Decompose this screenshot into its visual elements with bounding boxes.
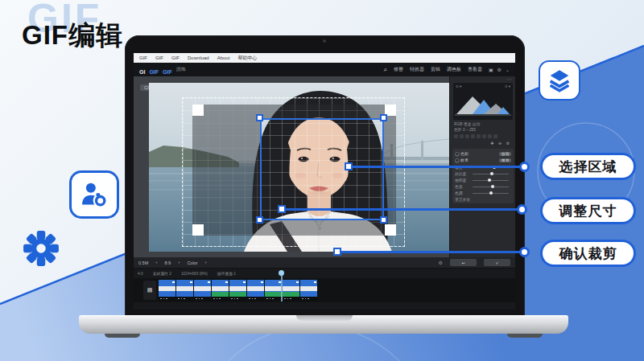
frame-dot xyxy=(219,298,221,300)
slider-track[interactable] xyxy=(473,193,509,194)
toolbar-icon[interactable]: ⌄ xyxy=(506,67,510,72)
histogram-panel: ⊙ ▾ ⟐ ▾ xyxy=(453,83,513,120)
slider-label: 色温 xyxy=(455,184,473,189)
slider-handle[interactable] xyxy=(491,185,494,188)
callout-anchor-1[interactable] xyxy=(345,162,353,170)
panel-plus-minus[interactable]: ✚ ⊖ ⚙ xyxy=(490,141,511,146)
slider-label: 对比度 xyxy=(455,171,473,176)
frame-dot xyxy=(270,298,271,300)
frame-strip-white xyxy=(265,286,282,292)
playhead-line xyxy=(281,275,283,302)
frame-dot xyxy=(254,298,256,300)
histogram-meta-2: 色阶 0 – 255 xyxy=(454,127,476,132)
slider-track[interactable] xyxy=(473,180,509,181)
panel-menu-icon[interactable]: ⋯ xyxy=(506,76,512,83)
menubar-item[interactable]: GIF xyxy=(171,55,180,60)
selection-handle-tl[interactable] xyxy=(256,114,263,121)
slider-row: 色温 xyxy=(455,183,511,190)
crop-shade-bottom xyxy=(192,220,396,236)
frame-badge-icon xyxy=(296,281,299,284)
timeline-frame[interactable] xyxy=(194,280,211,301)
auto-button[interactable]: 自动 xyxy=(499,152,511,156)
frame-strip-white xyxy=(229,286,246,292)
gear-icon xyxy=(22,229,60,268)
toolbar-tab[interactable]: 特效器 xyxy=(410,66,424,73)
timeline-info-row: 4.0素材属性 21024×683 (8%)循环播放 1 xyxy=(134,269,515,278)
frame-dot xyxy=(308,298,309,300)
frame-badge-icon xyxy=(225,281,228,284)
callout-line-3 xyxy=(339,251,522,253)
timeline-frame[interactable] xyxy=(176,280,193,301)
crop-corner-tl[interactable] xyxy=(192,105,204,116)
panel-tool-icons[interactable] xyxy=(454,134,497,138)
histogram-graph xyxy=(453,90,513,117)
timeline-frame[interactable] xyxy=(247,280,264,301)
timeline-dropdown[interactable]: Color xyxy=(187,260,197,265)
timeline-frame[interactable] xyxy=(229,280,246,301)
timeline-info-item: 4.0 xyxy=(138,272,143,276)
laptop-notch xyxy=(296,315,353,321)
clip-track-icon[interactable]: ▤ xyxy=(143,281,156,300)
toolbar-tab[interactable]: 剪辑 xyxy=(431,66,440,73)
frame-dot xyxy=(272,298,274,300)
timeline-frame[interactable] xyxy=(265,280,282,301)
timeline-info-item: 素材属性 2 xyxy=(153,271,171,276)
selection-handle-tr[interactable] xyxy=(380,114,387,121)
callout-anchor-2[interactable] xyxy=(278,205,286,213)
timeline-dropdown[interactable]: 8:9 xyxy=(165,260,171,265)
toolbar-tab[interactable]: 修整 xyxy=(394,66,403,73)
toolbar-mode-label: 润饰 xyxy=(176,66,186,73)
callout-dot-1 xyxy=(519,162,530,172)
callout-confirm-crop: 确认裁剪 xyxy=(540,240,636,267)
toolbar-icon[interactable]: ⚙ xyxy=(497,67,502,72)
timeline-frame[interactable] xyxy=(300,280,317,301)
slider-track[interactable] xyxy=(473,174,509,174)
frame-dot xyxy=(287,298,289,300)
timeline-undo-button[interactable]: ↩ xyxy=(450,259,477,266)
frame-dot xyxy=(166,298,167,300)
menubar-item[interactable]: GIF xyxy=(155,55,163,60)
layers-glyph xyxy=(546,67,573,94)
slider-handle[interactable] xyxy=(490,172,493,175)
frame-badge-icon xyxy=(243,281,246,284)
menubar-item[interactable]: 帮助中心 xyxy=(237,55,257,62)
dropdown-caret-icon: ▾ xyxy=(155,260,157,265)
timeline: 0.5M▾8:9▾Color▾ ⚙ ↩ ✓ 4.0素材属性 21024×683 … xyxy=(134,257,515,310)
toolbar-tab[interactable]: 查看器 xyxy=(468,66,482,73)
timeline-frame[interactable] xyxy=(159,280,175,301)
slider-row: 色调 xyxy=(455,190,511,196)
crop-corner-br[interactable] xyxy=(385,224,396,236)
crop-corner-bl[interactable] xyxy=(192,224,204,236)
histogram-right-icons[interactable]: ⟐ ▾ xyxy=(505,84,510,88)
frame-dot xyxy=(163,298,165,300)
frame-dot xyxy=(266,298,268,300)
reset-label[interactable]: 重置参数 xyxy=(455,197,511,202)
effect-buttons[interactable]: ⊞ ⊟ xyxy=(499,158,511,162)
callout-anchor-3[interactable] xyxy=(333,248,341,256)
selection-handle-br[interactable] xyxy=(380,216,387,224)
slider-track[interactable] xyxy=(473,187,509,187)
frame-dot xyxy=(290,298,291,300)
slider-handle[interactable] xyxy=(489,191,493,195)
adjust-header-effect: ◯ 效果 xyxy=(455,158,469,162)
slider-handle[interactable] xyxy=(488,178,491,182)
frame-dot xyxy=(234,298,236,300)
menubar-item[interactable]: GIF xyxy=(139,55,147,60)
timeline-gear-icon[interactable]: ⚙ xyxy=(439,260,443,265)
app-logo: GIGIFGIF xyxy=(139,63,176,77)
histogram-meta-1: RGB 通道 自动 xyxy=(454,121,480,126)
timeline-dropdown[interactable]: 0.5M xyxy=(138,260,148,265)
search-icon[interactable]: ⌕ xyxy=(383,67,386,73)
histogram-left-icons[interactable]: ⊙ ▾ xyxy=(456,84,461,88)
frame-dot xyxy=(252,298,254,300)
timeline-frame[interactable] xyxy=(212,280,229,301)
selection-handle-bl[interactable] xyxy=(256,216,263,224)
toolbar-icon[interactable]: ▣ xyxy=(489,67,493,72)
timeline-confirm-button[interactable]: ✓ xyxy=(484,259,510,266)
frame-dot xyxy=(237,298,238,300)
app-toolbar: GIGIFGIF 润饰 ⌕ 修整特效器剪辑调色板查看器 ▣⚙⌄ xyxy=(134,63,515,76)
menubar-item[interactable]: About xyxy=(217,55,230,60)
toolbar-tab[interactable]: 调色板 xyxy=(447,66,461,73)
timeline-frame[interactable] xyxy=(283,280,299,301)
menubar-item[interactable]: Download xyxy=(188,55,209,60)
